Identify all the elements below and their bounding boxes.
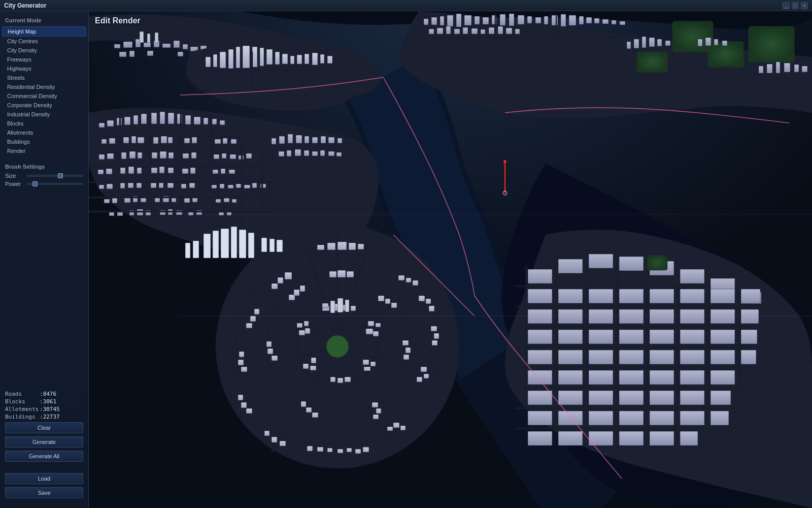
brush-size-thumb[interactable] (58, 173, 63, 178)
load-button[interactable]: Load (5, 473, 83, 484)
svg-rect-123 (150, 109, 151, 165)
viewport[interactable]: Edit Render (89, 11, 812, 508)
svg-rect-177 (212, 185, 217, 188)
svg-rect-104 (99, 123, 105, 128)
svg-rect-9 (183, 44, 188, 49)
svg-rect-108 (133, 115, 138, 124)
sidebar-item-buildings[interactable]: Buildings (2, 137, 86, 146)
svg-rect-16 (119, 52, 126, 57)
svg-rect-340 (678, 265, 679, 397)
svg-rect-311 (337, 270, 346, 277)
sidebar-item-allotments[interactable]: Allotments (2, 128, 86, 137)
svg-rect-393 (589, 370, 613, 385)
svg-rect-223 (337, 138, 342, 143)
generate-all-button[interactable]: Generate All (5, 451, 83, 462)
svg-rect-154 (98, 170, 104, 174)
minimize-button[interactable]: _ (783, 2, 790, 9)
sidebar-item-freeways[interactable]: Freeways (2, 55, 86, 64)
svg-rect-142 (129, 151, 136, 158)
svg-rect-70 (429, 29, 434, 34)
svg-rect-267 (304, 321, 309, 326)
svg-rect-350 (515, 428, 749, 429)
svg-rect-49 (447, 15, 453, 26)
svg-rect-212 (241, 143, 243, 225)
svg-rect-333 (337, 298, 343, 312)
sidebar-item-highways[interactable]: Highways (2, 64, 86, 73)
svg-rect-115 (194, 117, 200, 124)
svg-rect-79 (506, 28, 512, 34)
sidebar-item-residential-density[interactable]: Residential Density (2, 82, 86, 91)
svg-rect-230 (328, 151, 334, 156)
svg-rect-289 (363, 447, 369, 452)
brush-power-thumb[interactable] (32, 181, 38, 186)
svg-rect-155 (106, 169, 112, 174)
sidebar-item-render[interactable]: Render (2, 146, 86, 155)
svg-point-433 (503, 160, 506, 163)
svg-rect-325 (301, 401, 306, 407)
svg-rect-116 (204, 118, 208, 124)
svg-rect-405 (528, 411, 552, 425)
brush-power-slider[interactable] (26, 183, 83, 185)
svg-rect-143 (138, 152, 142, 158)
svg-rect-334 (345, 300, 349, 312)
svg-rect-327 (267, 348, 273, 354)
svg-rect-277 (419, 296, 425, 301)
svg-rect-8 (174, 41, 180, 48)
svg-rect-111 (160, 112, 165, 124)
svg-rect-354 (619, 257, 644, 271)
svg-rect-305 (246, 323, 252, 328)
svg-rect-231 (336, 152, 342, 156)
save-button[interactable]: Save (5, 487, 83, 498)
svg-rect-304 (239, 352, 244, 357)
svg-rect-319 (403, 355, 409, 360)
svg-rect-133 (168, 137, 173, 143)
svg-rect-272 (349, 243, 356, 250)
svg-rect-99 (767, 64, 772, 73)
svg-rect-75 (471, 28, 478, 34)
svg-rect-145 (160, 151, 166, 158)
generate-button[interactable]: Generate (5, 436, 83, 448)
svg-rect-209 (89, 181, 272, 183)
svg-rect-161 (168, 168, 174, 173)
sidebar-item-height-map[interactable]: Height Map (2, 26, 86, 37)
city-view[interactable] (89, 11, 812, 508)
allotments-label: Allotments (5, 406, 40, 412)
svg-rect-255 (363, 360, 369, 365)
svg-rect-374 (741, 309, 759, 324)
svg-rect-47 (431, 17, 437, 25)
svg-rect-418 (647, 255, 667, 270)
svg-rect-220 (312, 137, 318, 143)
maximize-button[interactable]: □ (792, 2, 799, 9)
svg-rect-345 (515, 326, 754, 328)
sidebar-item-city-density[interactable]: City Density (2, 46, 86, 55)
sidebar-item-blocks[interactable]: Blocks (2, 119, 86, 128)
svg-rect-102 (794, 65, 799, 72)
svg-rect-270 (327, 243, 335, 250)
svg-rect-112 (168, 113, 174, 124)
svg-rect-344 (515, 306, 749, 307)
clear-button[interactable]: Clear (5, 422, 83, 433)
sidebar-item-commercial-density[interactable]: Commercial Density (2, 91, 86, 101)
svg-rect-316 (391, 303, 397, 308)
svg-rect-410 (680, 411, 704, 425)
svg-rect-192 (184, 198, 190, 203)
svg-rect-353 (589, 254, 613, 268)
sidebar-item-streets[interactable]: Streets (2, 73, 86, 82)
svg-rect-364 (680, 289, 704, 303)
svg-rect-60 (544, 16, 548, 24)
svg-rect-250 (351, 306, 356, 311)
svg-rect-346 (515, 346, 759, 348)
sidebar-item-corporate-density[interactable]: Corporate Density (2, 101, 86, 110)
svg-rect-427 (261, 238, 267, 252)
sidebar-item-city-centres[interactable]: City Centres (2, 37, 86, 46)
svg-rect-282 (432, 340, 437, 345)
svg-rect-128 (123, 137, 129, 143)
svg-rect-87 (749, 26, 794, 62)
svg-rect-303 (238, 360, 244, 365)
svg-rect-266 (297, 323, 302, 328)
svg-rect-386 (619, 350, 644, 364)
brush-size-slider[interactable] (26, 175, 83, 177)
window-controls[interactable]: _ □ × (783, 2, 808, 9)
sidebar-item-industrial-density[interactable]: Industrial Density (2, 110, 86, 119)
close-button[interactable]: × (801, 2, 808, 9)
